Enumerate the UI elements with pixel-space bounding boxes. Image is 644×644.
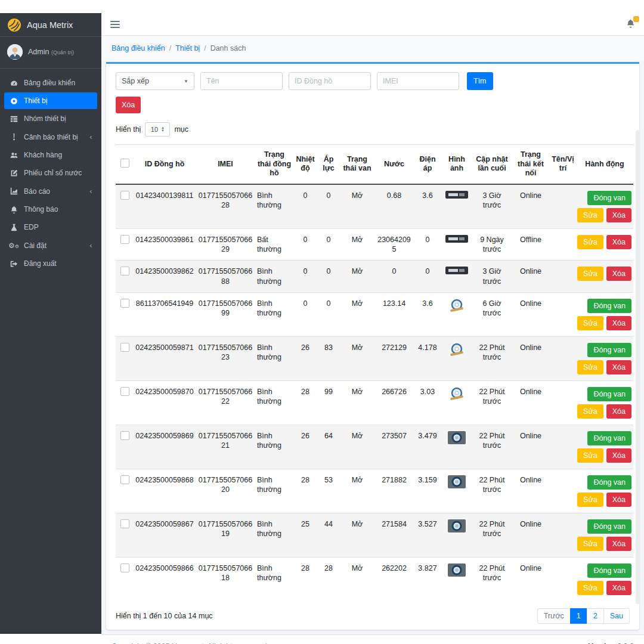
edit-button[interactable]: Sửa — [577, 448, 603, 463]
cell-id: 01423500039861 — [134, 228, 196, 261]
close-valve-button[interactable]: Đóng van — [587, 519, 631, 534]
row-checkbox[interactable] — [120, 387, 129, 396]
edit-button[interactable]: Sửa — [577, 404, 603, 419]
cell-id: 02423500059866 — [134, 557, 196, 601]
meter-icon-blue[interactable] — [448, 343, 465, 357]
meter-photo-round[interactable] — [448, 475, 466, 488]
row-checkbox[interactable] — [120, 519, 129, 528]
sidebar-item-0[interactable]: Bảng điều khiển — [4, 75, 97, 91]
row-checkbox[interactable] — [120, 475, 129, 484]
row-checkbox[interactable] — [120, 431, 129, 440]
close-valve-button[interactable]: Đóng van — [587, 191, 631, 205]
row-checkbox[interactable] — [120, 299, 129, 308]
breadcrumb-devices[interactable]: Thiết bị — [175, 44, 200, 52]
page-footer: Copyright © 2025 Honeynet. All rights re… — [101, 634, 644, 644]
close-valve-button[interactable]: Đóng van — [587, 387, 631, 401]
edit-button[interactable]: Sửa — [577, 267, 603, 281]
edit-button[interactable]: Sửa — [577, 360, 603, 374]
edit-button[interactable]: Sửa — [577, 493, 603, 507]
user-panel[interactable]: Admin (Quản trị) — [0, 37, 101, 69]
sidebar-item-5[interactable]: Phiếu chỉ số nước — [4, 165, 97, 181]
delete-button[interactable]: Xóa — [606, 448, 631, 463]
cell-connection: Offline — [512, 228, 550, 261]
pagination-prev[interactable]: Trước — [537, 608, 571, 624]
cell-id: 02423500059869 — [134, 425, 196, 469]
close-valve-button[interactable]: Đóng van — [587, 343, 631, 357]
cell-water: 123.14 — [374, 292, 414, 336]
cell-status: Bình thường — [255, 513, 293, 557]
meter-icon-blue[interactable] — [448, 387, 465, 401]
pagination-page-2[interactable]: 2 — [587, 608, 604, 624]
delete-button[interactable]: Xóa — [606, 537, 631, 551]
cell-name — [550, 425, 576, 469]
row-checkbox[interactable] — [120, 235, 129, 244]
row-checkbox[interactable] — [120, 267, 129, 275]
delete-button[interactable]: Xóa — [606, 360, 631, 374]
delete-button[interactable]: Xóa — [606, 316, 631, 330]
sidebar-item-3[interactable]: Cảnh báo thiết bị‹ — [4, 128, 97, 145]
meter-photo-dark[interactable] — [445, 267, 468, 274]
cell-updated: 3 Giờ trước — [472, 261, 512, 293]
name-input[interactable] — [200, 72, 283, 90]
search-button[interactable]: Tìm — [467, 72, 493, 90]
pagination-next[interactable]: Sau — [603, 608, 630, 624]
sidebar-item-1[interactable]: Thiết bị — [4, 92, 97, 109]
edit-button[interactable]: Sửa — [577, 537, 603, 551]
cell-name — [550, 184, 576, 229]
meter-id-input[interactable] — [289, 72, 371, 90]
clear-button[interactable]: Xóa — [116, 97, 141, 113]
close-valve-button[interactable]: Đóng van — [587, 564, 631, 578]
close-valve-button[interactable]: Đóng van — [587, 299, 631, 313]
meter-photo-dark[interactable] — [445, 235, 468, 243]
meter-photo-round[interactable] — [448, 519, 466, 532]
close-valve-button[interactable]: Đóng van — [587, 431, 631, 445]
select-all-checkbox[interactable] — [120, 159, 129, 168]
cell-pressure: 53 — [317, 469, 340, 513]
row-checkbox[interactable] — [120, 191, 129, 200]
notifications-button[interactable] — [626, 18, 635, 30]
chevron-left-icon: ‹ — [89, 241, 92, 250]
sidebar-item-label: Thông báo — [24, 205, 58, 213]
cell-name — [550, 469, 576, 513]
meter-photo-dark[interactable] — [445, 191, 468, 199]
meter-photo-round[interactable] — [448, 431, 466, 444]
row-checkbox[interactable] — [120, 343, 129, 352]
sidebar-item-9[interactable]: ⚙⚙Cài đặt‹ — [4, 237, 97, 254]
row-checkbox[interactable] — [120, 564, 129, 572]
pagination-page-1[interactable]: 1 — [570, 608, 587, 624]
scrollbar[interactable] — [636, 130, 640, 604]
edit-button[interactable]: Sửa — [577, 316, 603, 330]
delete-button[interactable]: Xóa — [606, 581, 631, 595]
cell-voltage: 3.159 — [414, 469, 441, 513]
sort-select[interactable]: Sắp xếp ▼ — [116, 72, 194, 90]
cell-voltage: 3.6 — [414, 292, 441, 336]
column-header: Hành động — [576, 145, 633, 184]
table-icon — [9, 114, 18, 123]
sidebar-item-8[interactable]: EDP — [4, 219, 97, 236]
cell-connection: Online — [512, 513, 550, 557]
edit-button[interactable]: Sửa — [577, 208, 603, 222]
edit-button[interactable]: Sửa — [577, 581, 603, 595]
sidebar-item-7[interactable]: Thông báo — [4, 201, 97, 218]
imei-input[interactable] — [377, 72, 459, 90]
delete-button[interactable]: Xóa — [606, 493, 631, 507]
sidebar-item-10[interactable]: Đăng xuất — [4, 255, 97, 272]
page-size-select[interactable]: 10 ▲▼ — [145, 122, 170, 137]
meter-photo-round[interactable] — [448, 564, 466, 577]
delete-button[interactable]: Xóa — [606, 208, 631, 222]
sidebar-item-6[interactable]: Báo cáo‹ — [4, 182, 97, 200]
delete-button[interactable]: Xóa — [606, 235, 631, 249]
brand[interactable]: Aqua Metrix — [0, 13, 101, 37]
cell-updated: 22 Phút trước — [472, 513, 512, 557]
meter-icon-blue[interactable] — [448, 299, 465, 313]
delete-button[interactable]: Xóa — [606, 404, 631, 419]
cell-imei: 017715505706688 — [196, 261, 255, 293]
delete-button[interactable]: Xóa — [606, 267, 631, 281]
edit-button[interactable]: Sửa — [577, 235, 603, 249]
menu-toggle-icon[interactable] — [110, 21, 120, 28]
sidebar-item-label: Phiếu chỉ số nước — [24, 169, 82, 177]
sidebar-item-2[interactable]: Nhóm thiết bị — [4, 110, 97, 127]
breadcrumb-dashboard[interactable]: Bảng điều khiển — [112, 44, 165, 52]
close-valve-button[interactable]: Đóng van — [587, 475, 631, 490]
sidebar-item-4[interactable]: Khách hàng — [4, 147, 97, 163]
